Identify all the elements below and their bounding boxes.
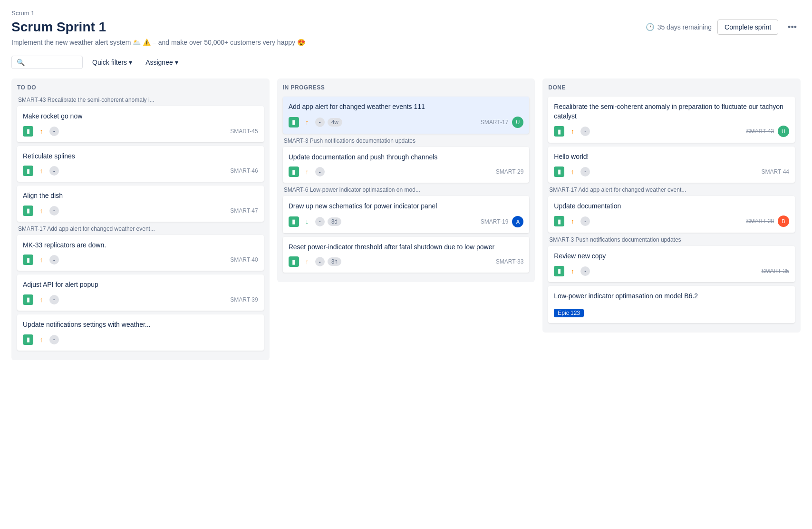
story-icon[interactable]: ▮	[554, 266, 564, 276]
story-icon[interactable]: ▮	[554, 167, 564, 177]
story-icon[interactable]: ▮	[23, 166, 33, 176]
dash-icon[interactable]: -	[580, 216, 590, 226]
dash-icon[interactable]: -	[580, 266, 590, 276]
task-card[interactable]: Make rocket go now▮↑-SMART-45	[17, 106, 264, 142]
avatar: A	[512, 216, 523, 227]
avatar: B	[778, 216, 789, 227]
assignee-filter-button[interactable]: Assignee ▾	[142, 56, 182, 69]
dash-icon[interactable]: -	[49, 335, 59, 344]
epic-group: SMART-17 Add app alert for changed weath…	[548, 186, 795, 233]
arrow-up-icon[interactable]: ↑	[36, 334, 47, 345]
arrow-down-icon[interactable]: ↓	[302, 216, 312, 227]
card-footer: ▮↑-SMART-44	[554, 167, 789, 177]
card-title: Recalibrate the semi-coherent anomaly in…	[554, 102, 789, 121]
card-footer: ▮↑-4wSMART-17U	[289, 117, 524, 128]
column-todo: TO DOSMART-43 Recalibrate the semi-coher…	[11, 78, 270, 360]
card-actions: ▮↑-4w	[289, 117, 342, 127]
story-icon[interactable]: ▮	[554, 216, 564, 226]
card-actions: ▮↑-3h	[289, 256, 341, 267]
card-id: SMART-33	[496, 258, 523, 265]
story-icon[interactable]: ▮	[23, 294, 33, 305]
story-icon[interactable]: ▮	[554, 126, 564, 137]
dash-icon[interactable]: -	[49, 206, 59, 216]
breadcrumb: Scrum 1	[11, 10, 801, 17]
dash-icon[interactable]: -	[315, 118, 325, 127]
task-card[interactable]: Low-power indicator optimasation on mode…	[548, 286, 795, 323]
card-actions: ▮↑-	[23, 294, 59, 305]
card-title: Update documentation and push through ch…	[289, 153, 524, 162]
story-icon[interactable]: ▮	[289, 216, 299, 227]
board: TO DOSMART-43 Recalibrate the semi-coher…	[11, 78, 801, 360]
column-header-inprogress: IN PROGRESS	[283, 84, 530, 91]
epic-group: Update notifications settings with weath…	[17, 314, 264, 351]
task-card[interactable]: Align the dish▮↑-SMART-47	[17, 186, 264, 222]
dash-icon[interactable]: -	[315, 167, 325, 176]
arrow-up-icon[interactable]: ↑	[36, 206, 47, 216]
arrow-up-icon[interactable]: ↑	[36, 255, 47, 265]
story-icon[interactable]: ▮	[23, 334, 33, 345]
arrow-up-icon[interactable]: ↑	[36, 294, 47, 305]
epic-tag: Epic 123	[554, 309, 584, 317]
task-card[interactable]: Add app alert for changed weather events…	[283, 97, 530, 134]
epic-group-label: SMART-3 Push notifications documentation…	[548, 236, 795, 243]
task-card[interactable]: MK-33 replicators are down.▮↑-SMART-40	[17, 235, 264, 271]
complete-sprint-button[interactable]: Complete sprint	[717, 20, 778, 35]
task-card[interactable]: Recalibrate the semi-coherent anomaly in…	[548, 97, 795, 143]
task-card[interactable]: Adjust API for alert popup▮↑-SMART-39	[17, 274, 264, 311]
story-icon[interactable]: ▮	[23, 126, 33, 137]
search-box[interactable]: 🔍	[11, 56, 83, 69]
story-icon[interactable]: ▮	[289, 167, 299, 177]
card-actions: ▮↑-	[23, 166, 59, 176]
card-id: SMART-17	[481, 119, 508, 126]
epic-group: SMART-17 Add app alert for changed weath…	[17, 225, 264, 311]
card-right: SMART-46	[230, 167, 258, 174]
story-icon[interactable]: ▮	[23, 206, 33, 216]
arrow-up-icon[interactable]: ↑	[36, 126, 47, 137]
story-icon[interactable]: ▮	[23, 255, 33, 265]
dash-icon[interactable]: -	[49, 255, 59, 264]
time-badge: 3d	[328, 217, 341, 226]
task-card[interactable]: Draw up new schematics for power indicat…	[283, 196, 530, 233]
column-inprogress: IN PROGRESSAdd app alert for changed wea…	[277, 78, 535, 282]
card-right: SMART-17U	[481, 117, 523, 128]
card-title: Draw up new schematics for power indicat…	[289, 202, 524, 211]
dash-icon[interactable]: -	[49, 127, 59, 136]
arrow-up-icon[interactable]: ↑	[567, 126, 578, 137]
task-card[interactable]: Reset power-indicator threshold after fa…	[283, 237, 530, 273]
arrow-up-icon[interactable]: ↑	[567, 167, 578, 177]
dash-icon[interactable]: -	[315, 217, 325, 226]
arrow-up-icon[interactable]: ↑	[302, 117, 312, 127]
column-header-todo: TO DO	[17, 84, 264, 91]
arrow-up-icon[interactable]: ↑	[302, 256, 312, 267]
more-options-button[interactable]: •••	[784, 20, 801, 34]
dash-icon[interactable]: -	[315, 257, 325, 266]
card-title: Hello world!	[554, 152, 789, 162]
page-title: Scrum Sprint 1	[11, 20, 106, 35]
dash-icon[interactable]: -	[49, 295, 59, 304]
quick-filters-chevron: ▾	[129, 59, 132, 66]
search-input[interactable]	[28, 59, 77, 66]
card-actions: ▮↑-	[554, 126, 590, 137]
story-icon[interactable]: ▮	[289, 117, 299, 127]
task-card[interactable]: Review new copy▮↑-SMART-35	[548, 246, 795, 282]
dash-icon[interactable]: -	[580, 167, 590, 176]
card-right: SMART-33	[496, 258, 523, 265]
task-card[interactable]: Update documentation and push through ch…	[283, 147, 530, 183]
task-card[interactable]: Reticulate splines▮↑-SMART-46	[17, 146, 264, 182]
dash-icon[interactable]: -	[580, 127, 590, 136]
time-badge: 3h	[328, 257, 341, 266]
arrow-up-icon[interactable]: ↑	[567, 266, 578, 276]
quick-filters-button[interactable]: Quick filters ▾	[88, 56, 136, 69]
card-footer: ▮↑-SMART-29	[289, 167, 524, 177]
dash-icon[interactable]: -	[49, 166, 59, 176]
task-card[interactable]: Update notifications settings with weath…	[17, 314, 264, 351]
task-card[interactable]: Hello world!▮↑-SMART-44	[548, 147, 795, 183]
arrow-up-icon[interactable]: ↑	[36, 166, 47, 176]
task-card[interactable]: Update documentation▮↑-SMART-28B	[548, 196, 795, 233]
arrow-up-icon[interactable]: ↑	[567, 216, 578, 226]
arrow-up-icon[interactable]: ↑	[302, 167, 312, 177]
story-icon[interactable]: ▮	[289, 256, 299, 267]
epic-group-label: SMART-17 Add app alert for changed weath…	[548, 186, 795, 193]
card-title: Low-power indicator optimasation on mode…	[554, 292, 789, 301]
card-title: Align the dish	[23, 191, 258, 201]
